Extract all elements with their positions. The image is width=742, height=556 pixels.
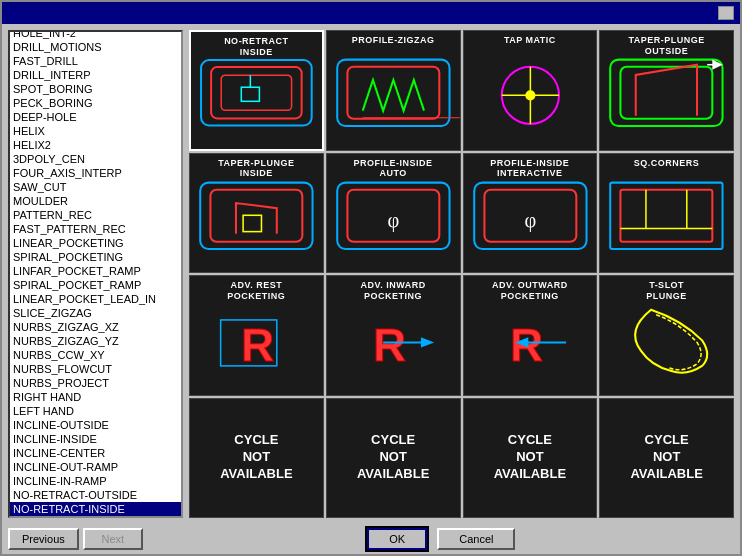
list-item[interactable]: FAST_DRILL xyxy=(10,54,181,68)
grid-cell-sq-corners[interactable]: SQ.CORNERS xyxy=(599,153,734,274)
svg-text:R: R xyxy=(373,319,406,371)
svg-rect-5 xyxy=(337,60,449,126)
cell-label: ADV. INWARDPOCKETING xyxy=(329,280,458,302)
list-item[interactable]: SPOT_BORING xyxy=(10,82,181,96)
title-bar xyxy=(2,2,740,24)
cycle-na-text: CYCLENOTAVAILABLE xyxy=(357,432,429,483)
next-button[interactable]: Next xyxy=(83,528,143,550)
list-item[interactable]: INCLINE-IN-RAMP xyxy=(10,474,181,488)
content-area: HOLE_INT-2DRILL_MOTIONSFAST_DRILLDRILL_I… xyxy=(2,24,740,524)
grid-cell-cycle-na-3[interactable]: CYCLENOTAVAILABLE xyxy=(463,398,598,519)
grid-cell-adv-rest-pocketing[interactable]: ADV. RESTPOCKETING R xyxy=(189,275,324,396)
list-item[interactable]: PECK_BORING xyxy=(10,96,181,110)
list-item[interactable]: 3DPOLY_CEN xyxy=(10,152,181,166)
list-item[interactable]: NO-RETRACT-INSIDE xyxy=(10,502,181,516)
list-item[interactable]: SPIRAL_POCKET_RAMP xyxy=(10,278,181,292)
svg-text:φ: φ xyxy=(524,208,536,231)
list-item[interactable]: SAW_CUT xyxy=(10,180,181,194)
prev-next-buttons: Previous Next xyxy=(8,528,143,550)
cycle-na-text: CYCLENOTAVAILABLE xyxy=(220,432,292,483)
list-item[interactable]: LINFAR_POCKET_RAMP xyxy=(10,264,181,278)
close-button[interactable] xyxy=(718,6,734,20)
list-item[interactable]: DRILL_INTERP xyxy=(10,68,181,82)
grid-cell-cycle-na-4[interactable]: CYCLENOTAVAILABLE xyxy=(599,398,734,519)
cycle-na-text: CYCLENOTAVAILABLE xyxy=(630,432,702,483)
grid-cell-profile-zigzag[interactable]: PROFILE-ZIGZAG xyxy=(326,30,461,151)
grid-cell-cycle-na-1[interactable]: CYCLENOTAVAILABLE xyxy=(189,398,324,519)
grid-cell-taper-plunge-inside[interactable]: TAPER-PLUNGEINSIDE xyxy=(189,153,324,274)
list-item[interactable]: INCLINE-CENTER xyxy=(10,446,181,460)
list-item[interactable]: NURBS_ZIGZAG_YZ xyxy=(10,334,181,348)
cycle-list-panel: HOLE_INT-2DRILL_MOTIONSFAST_DRILLDRILL_I… xyxy=(8,30,183,518)
cycle-list[interactable]: HOLE_INT-2DRILL_MOTIONSFAST_DRILLDRILL_I… xyxy=(10,32,181,516)
list-item[interactable]: NURBS_FLOWCUT xyxy=(10,362,181,376)
list-item[interactable]: NURBS_PROJECT xyxy=(10,376,181,390)
list-item[interactable]: PATTERN_REC xyxy=(10,208,181,222)
grid-cell-no-retract-inside[interactable]: NO-RETRACTINSIDE xyxy=(189,30,324,151)
grid-cell-cycle-na-2[interactable]: CYCLENOTAVAILABLE xyxy=(326,398,461,519)
grid-cell-adv-inward-pocketing[interactable]: ADV. INWARDPOCKETING R xyxy=(326,275,461,396)
cell-label: TAPER-PLUNGEINSIDE xyxy=(192,158,321,180)
list-item[interactable]: DEEP-HOLE xyxy=(10,110,181,124)
cycle-grid-panel: NO-RETRACTINSIDE PROFILE-ZIGZAG TAP MATI… xyxy=(189,30,734,518)
list-item[interactable]: HOLE_INT-2 xyxy=(10,32,181,40)
cell-label: NO-RETRACTINSIDE xyxy=(193,36,320,58)
cell-label: ADV. OUTWARDPOCKETING xyxy=(466,280,595,302)
grid-cell-adv-outward-pocketing[interactable]: ADV. OUTWARDPOCKETING R xyxy=(463,275,598,396)
cell-label: ADV. RESTPOCKETING xyxy=(192,280,321,302)
cell-label: PROFILE-INSIDEAUTO xyxy=(329,158,458,180)
cell-label: SQ.CORNERS xyxy=(602,158,731,169)
svg-text:φ: φ xyxy=(387,208,399,231)
main-dialog: HOLE_INT-2DRILL_MOTIONSFAST_DRILLDRILL_I… xyxy=(0,0,742,556)
grid-cell-t-slot-plunge[interactable]: T-SLOTPLUNGE xyxy=(599,275,734,396)
list-item[interactable]: NURBS_ZIGZAG_XZ xyxy=(10,320,181,334)
svg-rect-25 xyxy=(610,182,722,248)
ok-button[interactable]: OK xyxy=(367,528,427,550)
svg-rect-18 xyxy=(243,215,261,231)
list-item[interactable]: DRILL_MOTIONS xyxy=(10,40,181,54)
cell-label: TAP MATIC xyxy=(466,35,595,46)
list-item[interactable]: SPIRAL_POCKETING xyxy=(10,250,181,264)
list-item[interactable]: RIGHT HAND xyxy=(10,390,181,404)
list-item[interactable]: FAST_PATTERN_REC xyxy=(10,222,181,236)
cycle-na-text: CYCLENOTAVAILABLE xyxy=(494,432,566,483)
list-item[interactable]: LINEAR_POCKET_LEAD_IN xyxy=(10,292,181,306)
cycle-grid: NO-RETRACTINSIDE PROFILE-ZIGZAG TAP MATI… xyxy=(189,30,734,518)
list-item[interactable]: NO-RETRACT-OUTSIDE xyxy=(10,488,181,502)
svg-rect-0 xyxy=(201,60,312,125)
cancel-button[interactable]: Cancel xyxy=(437,528,515,550)
svg-rect-13 xyxy=(621,67,713,119)
ok-cancel-area: OK Cancel xyxy=(149,528,734,550)
list-item[interactable]: SLICE_ZIGZAG xyxy=(10,306,181,320)
grid-cell-profile-inside-interactive[interactable]: PROFILE-INSIDEINTERACTIVE φ xyxy=(463,153,598,274)
list-item[interactable]: HELIX2 xyxy=(10,138,181,152)
list-item[interactable]: MOULDER xyxy=(10,194,181,208)
svg-point-11 xyxy=(525,90,535,100)
list-item[interactable]: INCLINE-OUTSIDE xyxy=(10,418,181,432)
grid-cell-tap-matic[interactable]: TAP MATIC xyxy=(463,30,598,151)
cell-label: PROFILE-INSIDEINTERACTIVE xyxy=(466,158,595,180)
grid-cell-taper-plunge-outside[interactable]: TAPER-PLUNGEOUTSIDE xyxy=(599,30,734,151)
list-item[interactable]: NURBS_CCW_XY xyxy=(10,348,181,362)
previous-button[interactable]: Previous xyxy=(8,528,79,550)
svg-text:R: R xyxy=(241,319,274,371)
list-item[interactable]: HELIX xyxy=(10,124,181,138)
grid-cell-profile-inside-auto[interactable]: PROFILE-INSIDEAUTO φ xyxy=(326,153,461,274)
list-item[interactable]: INCLINE-OUT-RAMP xyxy=(10,460,181,474)
list-item[interactable]: INCLINE-INSIDE xyxy=(10,432,181,446)
svg-rect-6 xyxy=(347,67,439,119)
list-item[interactable]: LINEAR_POCKETING xyxy=(10,236,181,250)
svg-rect-2 xyxy=(221,75,291,110)
svg-marker-34 xyxy=(421,337,434,347)
list-item[interactable]: LEFT HAND xyxy=(10,404,181,418)
footer: Previous Next OK Cancel xyxy=(2,524,740,554)
list-item[interactable]: FOUR_AXIS_INTERP xyxy=(10,166,181,180)
cell-label: T-SLOTPLUNGE xyxy=(602,280,731,302)
svg-rect-26 xyxy=(621,189,713,241)
cell-label: PROFILE-ZIGZAG xyxy=(329,35,458,46)
cell-label: TAPER-PLUNGEOUTSIDE xyxy=(602,35,731,57)
svg-rect-3 xyxy=(241,87,259,101)
